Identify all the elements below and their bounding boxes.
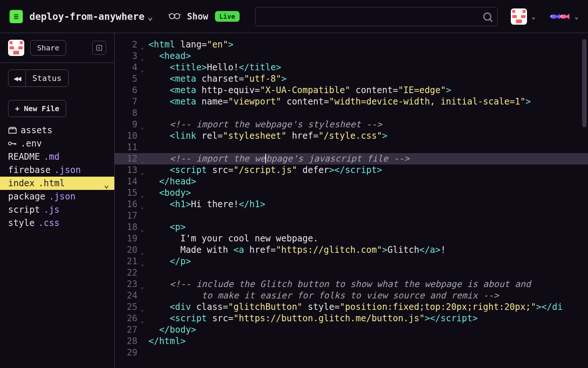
status-toolbar: ◀◀ Status (8, 70, 69, 87)
line-number: 21⌄ (115, 256, 143, 267)
file-extension: .js (44, 205, 60, 215)
code-line[interactable]: <p> (143, 222, 588, 233)
code-line[interactable]: <html lang="en"> (143, 39, 588, 50)
search-input[interactable] (255, 7, 498, 26)
code-line[interactable]: <!-- import the webpage's javascript fil… (143, 153, 588, 164)
code-line[interactable] (143, 210, 588, 222)
status-button[interactable]: Status (26, 70, 68, 86)
file-item-script-js[interactable]: script.js (8, 203, 114, 216)
chevron-down-icon: ⌄ (574, 13, 578, 20)
collapse-left-icon (96, 45, 102, 51)
line-number: 16⌄ (115, 199, 143, 210)
line-number: 27 (115, 324, 143, 336)
code-line[interactable]: <head> (143, 50, 588, 62)
project-name-text: deploy-from-anywhere (29, 11, 144, 22)
file-item-README-md[interactable]: README.md (8, 150, 114, 163)
line-number: 15⌄ (115, 187, 143, 199)
line-number: 3⌄ (115, 50, 143, 62)
line-number: 2⌄ (115, 39, 143, 50)
file-name: README (8, 152, 40, 162)
file-item-style-css[interactable]: style.css (8, 216, 114, 230)
file-item-assets[interactable]: assets (8, 124, 114, 137)
file-name: .env (21, 138, 42, 149)
line-number: 12⌄ (115, 153, 143, 164)
line-number: 4⌄ (115, 62, 143, 73)
search-icon (483, 13, 491, 21)
code-line[interactable]: <div class="glitchButton" style="positio… (143, 301, 588, 313)
key-icon (8, 140, 17, 147)
line-number: 10 (115, 130, 143, 142)
share-button[interactable]: Share (30, 40, 66, 56)
code-line[interactable] (143, 107, 588, 119)
code-line[interactable]: <script src="https://button.glitch.me/bu… (143, 313, 588, 324)
code-line[interactable]: </body> (143, 324, 588, 336)
code-line[interactable]: to make it easier for folks to view sour… (143, 290, 588, 301)
code-line[interactable]: <script src="/script.js" defer></script> (143, 164, 588, 176)
line-number: 20⌄ (115, 244, 143, 256)
project-avatar[interactable] (8, 40, 24, 56)
line-number: 25⌄ (115, 301, 143, 313)
file-extension: .html (38, 178, 65, 188)
code-line[interactable] (143, 347, 588, 358)
code-line[interactable]: </p> (143, 256, 588, 267)
code-line[interactable]: <body> (143, 187, 588, 199)
file-name: script (8, 205, 40, 215)
show-button[interactable]: Show (187, 11, 208, 22)
line-gutter: 2⌄3⌄4⌄56789⌄101112⌄13⌄1415⌄16⌄1718⌄1920⌄… (115, 39, 143, 368)
file-item-index-html[interactable]: index.html⌄ (0, 177, 114, 190)
line-number: 28 (115, 336, 143, 347)
code-line[interactable]: <meta charset="utf-8"> (143, 73, 588, 85)
code-line[interactable]: </head> (143, 176, 588, 187)
svg-point-2 (551, 15, 552, 16)
project-name-dropdown[interactable]: deploy-from-anywhere ⌄ (29, 11, 153, 22)
svg-point-7 (8, 142, 11, 145)
rewind-button[interactable]: ◀◀ (8, 70, 26, 86)
code-line[interactable]: <meta name="viewport" content="width=dev… (143, 96, 588, 107)
code-line[interactable]: <!-- include the Glitch button to show w… (143, 279, 588, 290)
file-name: style (8, 218, 35, 228)
glitch-logo[interactable]: ≡ (10, 10, 23, 23)
code-area[interactable]: <html lang="en"> <head> <title>Hello!</t… (143, 39, 588, 368)
file-item-firebase-json[interactable]: firebase.json (8, 163, 114, 177)
svg-point-1 (175, 14, 180, 19)
code-line[interactable]: Made with <a href="https://glitch.com">G… (143, 244, 588, 256)
team-menu[interactable]: ⌄ (542, 12, 578, 21)
user-avatar (511, 8, 527, 25)
line-number: 14 (115, 176, 143, 187)
svg-rect-4 (97, 45, 102, 50)
file-extension: .json (49, 191, 75, 202)
file-name: index (8, 178, 35, 188)
svg-point-0 (169, 14, 175, 19)
new-file-button[interactable]: + New File (8, 100, 66, 117)
svg-point-3 (561, 15, 562, 16)
code-line[interactable]: <link rel="stylesheet" href="/style.css"… (143, 130, 588, 142)
code-line[interactable]: <meta http-equiv="X-UA-Compatible" conte… (143, 85, 588, 96)
code-editor[interactable]: 2⌄3⌄4⌄56789⌄101112⌄13⌄1415⌄16⌄1718⌄1920⌄… (115, 33, 588, 368)
line-number: 17 (115, 210, 143, 222)
line-number: 24 (115, 290, 143, 301)
line-number: 19 (115, 233, 143, 244)
line-number: 29 (115, 347, 143, 358)
code-line[interactable]: <h1>Hi there!</h1> (143, 199, 588, 210)
editor-scrollbar[interactable] (582, 39, 587, 127)
user-menu[interactable]: ⌄ (504, 8, 535, 25)
code-line[interactable] (143, 267, 588, 279)
line-number: 8 (115, 107, 143, 119)
code-line[interactable]: <!-- import the webpage's stylesheet --> (143, 119, 588, 130)
file-item-package-json[interactable]: package.json (8, 190, 114, 203)
chevron-down-icon: ⌄ (104, 180, 109, 190)
code-line[interactable]: </html> (143, 336, 588, 347)
line-number: 6 (115, 85, 143, 96)
collapse-sidebar-button[interactable] (92, 41, 106, 55)
code-line[interactable] (143, 142, 588, 153)
file-extension: .json (54, 165, 81, 175)
code-line[interactable]: I'm your cool new webpage. (143, 233, 588, 244)
line-number: 26⌄ (115, 313, 143, 324)
assets-icon (8, 127, 17, 134)
file-extension: .md (44, 152, 60, 162)
live-badge[interactable]: Live (215, 11, 240, 22)
chevron-down-icon: ⌄ (147, 11, 153, 22)
line-number: 22 (115, 267, 143, 279)
code-line[interactable]: <title>Hello!</title> (143, 62, 588, 73)
file-item--env[interactable]: .env (8, 137, 114, 150)
